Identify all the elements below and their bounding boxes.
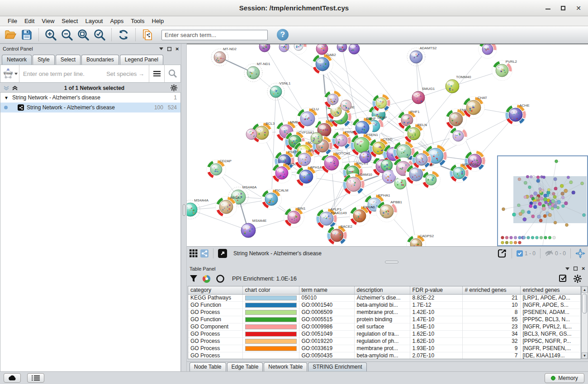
network-node-pvrl2[interactable]: PVRL2 [492,60,517,80]
table-row[interactable]: GO ProcessGO:0050435beta-amyloid m...2.0… [188,352,581,359]
panel-divider[interactable] [181,44,187,371]
zoom-selected-icon[interactable] [93,28,106,42]
tab-edge-table[interactable]: Edge Table [227,362,263,371]
save-session-icon[interactable] [20,28,33,42]
table-row[interactable]: GO ProcessGO:0019220regulation of ph...1… [188,337,581,345]
table-row[interactable]: GO ProcessGO:0033619membrane prot...1.93… [188,345,581,352]
scroll-down-icon[interactable]: ▼ [582,352,588,359]
tab-network[interactable]: Network [2,55,32,65]
network-node-ms4a4e[interactable]: MS4A4E [241,219,266,238]
network-node-smug1[interactable]: SMUG1 [412,87,435,104]
network-edge[interactable] [271,92,276,199]
string-query-input[interactable]: Enter one term per line. [19,70,106,77]
network-node-cd2ap[interactable]: CD2AP [207,159,232,179]
menu-edit[interactable]: Edit [21,17,38,25]
zoom-out-icon[interactable] [60,28,74,42]
table-row[interactable]: GO ProcessGO:0051049regulation of tra...… [188,330,581,337]
network-node[interactable] [316,44,328,55]
network-node[interactable] [324,90,342,109]
network-node-chat[interactable]: CHAT [463,96,487,118]
network-node-gab2[interactable]: GAB2 [312,53,337,75]
tree-caret-icon[interactable]: ▼ [4,95,9,100]
column-header[interactable]: term name [299,286,354,294]
network-node-ache[interactable]: ACHE [505,103,530,125]
open-file-icon[interactable] [4,28,17,42]
network-node-aph1a[interactable]: APH1A [296,165,322,187]
panel-menu-icon[interactable] [565,267,569,270]
menu-apps[interactable]: Apps [107,17,127,25]
task-history-button[interactable] [27,373,44,383]
network-node-cadps2[interactable]: CADPS2 [407,234,434,246]
panel-float-icon[interactable] [574,267,578,271]
network-node-epha5[interactable]: EPHA5 [350,205,375,226]
network-node[interactable] [341,100,351,111]
network-node-adamts2[interactable]: ADAMTS2 [407,46,437,66]
table-header-row[interactable]: categorychart colorterm namedescriptionF… [188,286,581,294]
search-input[interactable] [161,30,268,40]
table-gear-icon[interactable] [574,275,582,283]
network-node-tnf[interactable]: TNF [446,108,467,130]
tab-select[interactable]: Select [56,55,81,65]
clone-network-icon[interactable] [141,28,154,42]
minimize-button[interactable] [542,4,554,13]
network-node[interactable] [311,132,322,144]
export-network-icon[interactable] [497,248,507,258]
network-node[interactable] [290,44,307,54]
network-node[interactable] [412,150,432,169]
share-view-icon[interactable] [200,249,209,258]
string-options-icon[interactable] [149,65,164,82]
network-node-picalm[interactable]: PICALM [261,188,289,209]
network-node-ppp5c[interactable]: PPP5C [272,162,298,183]
network-node-vsnl1[interactable]: VSNL1 [267,81,291,100]
table-row[interactable]: GO FunctionGO:0001540beta-amyloid bi...1… [188,301,581,309]
column-header[interactable]: description [354,286,410,294]
column-header[interactable]: FDR p-value [410,286,462,294]
panel-close-icon[interactable]: ✕ [175,47,179,52]
cloud-tasks-button[interactable] [4,373,21,383]
network-node[interactable] [279,44,289,52]
panel-menu-icon[interactable] [159,47,163,50]
tab-network-table[interactable]: Network Table [264,362,307,371]
network-node-apbb1[interactable]: APBB1 [376,200,403,222]
help-icon[interactable]: ? [277,29,289,41]
network-node[interactable] [449,127,468,145]
network-node[interactable] [349,44,360,54]
maximize-button[interactable] [557,4,569,13]
selected-checkbox-icon[interactable] [517,250,523,257]
tab-style[interactable]: Style [33,55,55,65]
select-columns-icon[interactable] [559,275,567,283]
network-node[interactable] [422,171,441,189]
network-node[interactable] [381,159,393,171]
tab-node-table[interactable]: Node Table [190,362,226,371]
table-row[interactable]: KEGG Pathways05010Alzheimer's dise...8.8… [188,294,581,301]
network-node-bace2[interactable]: BACE2 [327,225,353,245]
divider-grip[interactable] [183,204,185,216]
network-node-mthfd1l[interactable]: MTHFD1L [450,163,479,183]
filter-icon[interactable] [190,275,198,283]
network-node[interactable] [360,151,371,163]
network-node-clu[interactable]: CLU [297,107,319,130]
grid-icon[interactable] [190,249,198,258]
menu-help[interactable]: Help [149,17,167,25]
tab-boundaries[interactable]: Boundaries [81,55,119,65]
panel-float-icon[interactable] [167,47,171,51]
memory-button[interactable]: Memory [545,373,584,383]
network-node[interactable] [259,44,270,52]
horizontal-splitter[interactable] [187,260,588,264]
zoom-fit-icon[interactable] [76,28,90,42]
network-collection-row[interactable]: ▼ String Network - Alzheimer's disease 1 [0,93,180,103]
splitter-grip[interactable] [385,261,398,263]
network-node[interactable] [479,44,497,58]
table-row[interactable]: GO ComponentGO:0009986cell surface1.54E-… [188,323,581,330]
column-header[interactable]: enriched genes [520,286,581,294]
table-row[interactable]: GO FunctionGO:0005515protein binding1.47… [188,316,581,323]
detach-view-icon[interactable] [218,249,227,258]
column-header[interactable]: # enriched genes [462,286,520,294]
menu-tools[interactable]: Tools [128,17,147,25]
menu-file[interactable]: File [5,17,20,25]
string-search-icon[interactable] [164,65,180,82]
eye-off-icon[interactable] [545,250,553,256]
expand-all-icon[interactable] [12,86,18,90]
network-row[interactable]: String Network - Alzheimer's disease 100… [0,103,180,112]
chart-pie-icon[interactable] [202,274,211,283]
